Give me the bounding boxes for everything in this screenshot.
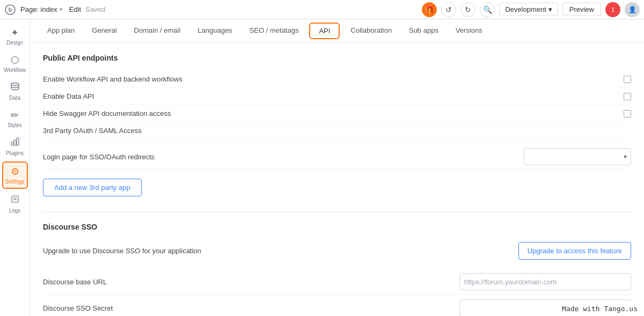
svg-rect-3 — [11, 142, 13, 145]
setting-row-workflow-api: Enable Workflow API and backend workflow… — [43, 71, 631, 88]
discourse-sso-title: Discourse SSO — [43, 223, 631, 231]
chevron-down-icon: ▾ — [548, 5, 552, 13]
redo-button[interactable]: ↻ — [460, 2, 475, 17]
tab-app-plan[interactable]: App plan — [39, 21, 83, 41]
field-row-discourse-base-url: Discourse base URL — [43, 268, 631, 295]
upgrade-text: Upgrade to use Discourse SSO for your ap… — [43, 247, 201, 255]
plugins-icon — [10, 137, 20, 149]
swagger-label: Hide Swagger API documentation access — [43, 109, 617, 117]
sidebar-item-plugins[interactable]: Plugins — [2, 134, 28, 159]
design-icon: ✦ — [11, 27, 19, 39]
setting-row-data-api: Enable Data API — [43, 88, 631, 105]
login-page-select-wrapper: ▾ — [524, 148, 631, 165]
tab-seo-metatags[interactable]: SEO / metatags — [241, 21, 308, 41]
page-title[interactable]: Page: index ▾ — [20, 5, 63, 13]
tab-api[interactable]: API — [309, 23, 340, 39]
sidebar-item-workflow[interactable]: ⬡ Workflow — [2, 51, 28, 76]
top-bar: b Page: index ▾ Edit Saved 🎁 ↺ ↻ 🔍 Devel… — [0, 0, 644, 19]
discourse-sso-secret-label: Discourse SSO Secret — [43, 304, 113, 312]
tab-domain-email[interactable]: Domain / email — [126, 21, 189, 41]
login-page-select[interactable] — [524, 148, 631, 165]
discourse-base-url-label: Discourse base URL — [43, 278, 107, 286]
upgrade-button[interactable]: Upgrade to access this feature — [518, 242, 631, 260]
setting-row-swagger: Hide Swagger API documentation access — [43, 105, 631, 122]
tab-general[interactable]: General — [83, 21, 125, 41]
setting-row-login-page: Login page for SSO/OAuth redirects ▾ — [43, 144, 631, 170]
page-title-chevron: ▾ — [60, 6, 63, 13]
tab-languages[interactable]: Languages — [189, 21, 240, 41]
sidebar-item-design[interactable]: ✦ Design — [2, 24, 28, 49]
login-page-label: Login page for SSO/OAuth redirects — [43, 153, 517, 161]
tab-collaboration[interactable]: Collaboration — [342, 21, 400, 41]
workflow-icon: ⬡ — [11, 54, 19, 66]
gift-button[interactable]: 🎁 — [422, 2, 437, 17]
data-icon — [10, 82, 20, 94]
dev-dropdown[interactable]: Development ▾ — [499, 3, 558, 16]
data-api-checkbox[interactable] — [624, 93, 631, 100]
tabs-bar: App plan General Domain / email Language… — [30, 19, 644, 43]
sidebar-item-settings[interactable]: ⚙ Settings — [2, 161, 28, 189]
undo-button[interactable]: ↺ — [441, 2, 456, 17]
section-divider — [43, 211, 631, 212]
content-area: App plan General Domain / email Language… — [30, 19, 644, 316]
tab-sub-apps[interactable]: Sub apps — [400, 21, 447, 41]
upgrade-row: Upgrade to use Discourse SSO for your ap… — [43, 238, 631, 264]
settings-icon: ⚙ — [11, 166, 19, 178]
discourse-base-url-input[interactable] — [459, 273, 631, 290]
public-api-title: Public API endpoints — [43, 54, 631, 62]
main-content: Public API endpoints Enable Workflow API… — [30, 43, 644, 316]
search-button[interactable]: 🔍 — [480, 2, 495, 17]
sidebar-item-logs[interactable]: Logs — [2, 191, 28, 217]
setting-row-oauth: 3rd Party OAuth / SAML Access — [43, 122, 631, 139]
svg-point-2 — [11, 83, 19, 86]
logo[interactable]: b — [4, 4, 16, 16]
swagger-checkbox[interactable] — [624, 110, 631, 117]
notification-badge[interactable]: 1 — [605, 2, 620, 17]
saved-label: Saved — [85, 5, 105, 13]
data-api-label: Enable Data API — [43, 92, 617, 100]
workflow-api-checkbox[interactable] — [624, 76, 631, 83]
sidebar-item-data[interactable]: Data — [2, 78, 28, 104]
svg-rect-6 — [12, 196, 18, 202]
preview-button[interactable]: Preview — [562, 3, 601, 16]
tab-versions[interactable]: Versions — [447, 21, 491, 41]
svg-text:b: b — [9, 6, 12, 13]
main-layout: ✦ Design ⬡ Workflow Data ✏ Styles — [0, 19, 644, 316]
field-row-discourse-sso-secret: Discourse SSO Secret — [43, 295, 631, 316]
styles-icon: ✏ — [11, 109, 19, 121]
sidebar: ✦ Design ⬡ Workflow Data ✏ Styles — [0, 19, 30, 316]
watermark: Made with Tango.us — [555, 302, 644, 316]
workflow-api-label: Enable Workflow API and backend workflow… — [43, 75, 617, 83]
logs-icon — [10, 194, 20, 207]
add-3rd-party-button[interactable]: Add a new 3rd party app — [43, 179, 142, 196]
svg-rect-4 — [14, 140, 16, 145]
oauth-label: 3rd Party OAuth / SAML Access — [43, 127, 631, 135]
top-bar-actions: 🎁 ↺ ↻ 🔍 Development ▾ Preview 1 👤 — [422, 2, 640, 17]
edit-label[interactable]: Edit — [69, 5, 81, 13]
svg-rect-5 — [17, 138, 19, 145]
sidebar-item-styles[interactable]: ✏ Styles — [2, 106, 28, 131]
avatar[interactable]: 👤 — [625, 2, 640, 17]
